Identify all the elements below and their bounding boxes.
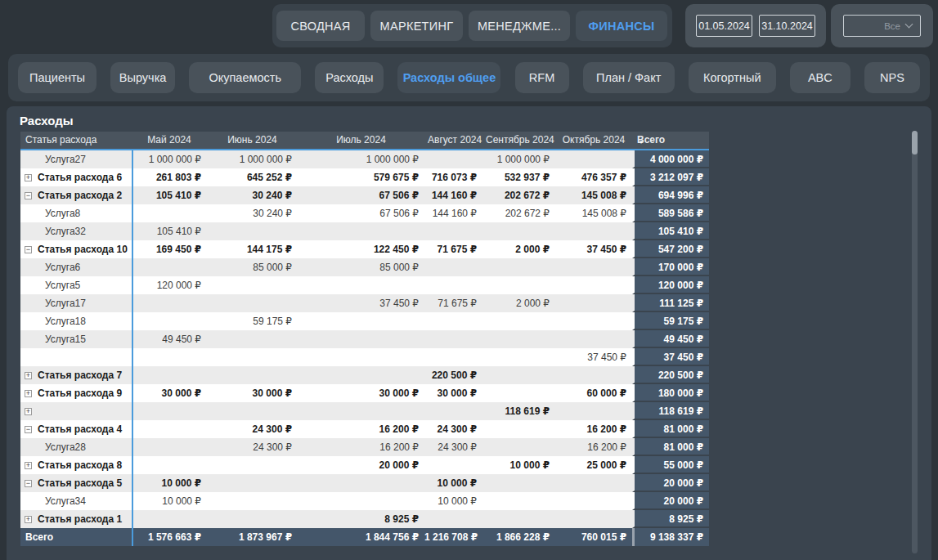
- column-header-august[interactable]: Август 2024: [424, 132, 482, 149]
- expand-plus-icon[interactable]: +: [25, 408, 32, 415]
- expand-plus-icon[interactable]: +: [25, 174, 32, 181]
- value-cell: 49 450 ₽: [132, 330, 207, 348]
- table-row[interactable]: Услуга32105 410 ₽105 410 ₽: [20, 222, 709, 240]
- grand-total-september: 1 866 228 ₽: [482, 528, 555, 546]
- column-header-september[interactable]: Сентябрь 2024: [482, 132, 555, 149]
- filter-dropdown[interactable]: Все: [843, 15, 921, 37]
- nav-label: RFM: [529, 71, 554, 84]
- value-cell: [298, 366, 424, 384]
- table-row[interactable]: Услуга3410 000 ₽10 000 ₽20 000 ₽: [20, 492, 709, 510]
- table-row[interactable]: Услуга1549 450 ₽49 450 ₽: [20, 330, 709, 348]
- value-cell: 532 937 ₽: [482, 168, 555, 186]
- tab-finance[interactable]: ФИНАНСЫ: [576, 11, 667, 41]
- table-row[interactable]: Услуга685 000 ₽85 000 ₽170 000 ₽: [20, 258, 709, 276]
- collapse-minus-icon[interactable]: −: [25, 480, 32, 487]
- column-header-july[interactable]: Июль 2024: [298, 132, 424, 149]
- table-row[interactable]: −Статья расхода 10169 450 ₽144 175 ₽122 …: [20, 240, 709, 258]
- table-row[interactable]: Услуга1859 175 ₽59 175 ₽: [20, 312, 709, 330]
- value-cell: [424, 222, 482, 240]
- value-cell: 16 200 ₽: [298, 420, 424, 438]
- grand-total-july: 1 844 756 ₽: [298, 528, 424, 546]
- nav-payback[interactable]: Окупаемость: [189, 62, 301, 93]
- nav-label: Расходы: [325, 71, 373, 84]
- row-label: Статья расхода 10: [38, 240, 128, 258]
- expand-plus-icon[interactable]: +: [25, 462, 32, 469]
- column-header-june[interactable]: Июнь 2024: [207, 132, 298, 149]
- value-cell: [555, 402, 632, 420]
- value-cell: [424, 402, 482, 420]
- value-cell: 220 500 ₽: [424, 366, 482, 384]
- nav-abc[interactable]: ABC: [790, 62, 850, 93]
- expand-plus-icon[interactable]: +: [25, 390, 32, 397]
- value-cell: [132, 510, 207, 528]
- table-row[interactable]: +Статья расхода 930 000 ₽30 000 ₽30 000 …: [20, 384, 709, 402]
- table-row[interactable]: +118 619 ₽118 619 ₽: [20, 402, 709, 420]
- value-cell: 2 000 ₽: [482, 294, 555, 312]
- value-cell: [132, 204, 207, 222]
- tab-management[interactable]: МЕНЕДЖМЕ...: [469, 11, 570, 41]
- value-cell: [555, 312, 632, 330]
- nav-cohort[interactable]: Когортный: [689, 62, 776, 93]
- collapse-minus-icon[interactable]: −: [25, 426, 32, 433]
- row-label: Статья расхода 8: [38, 456, 122, 474]
- column-header-may[interactable]: Май 2024: [132, 132, 207, 149]
- row-total-cell: 547 200 ₽: [632, 240, 709, 258]
- nav-rfm[interactable]: RFM: [515, 62, 569, 93]
- nav-expenses[interactable]: Расходы: [315, 62, 384, 93]
- row-label-cell: Услуга27: [20, 150, 132, 168]
- value-cell: 10 000 ₽: [424, 474, 482, 492]
- value-cell: 645 252 ₽: [207, 168, 298, 186]
- table-row[interactable]: Услуга1737 450 ₽71 675 ₽2 000 ₽111 125 ₽: [20, 294, 709, 312]
- table-row[interactable]: +Статья расхода 7220 500 ₽220 500 ₽: [20, 366, 709, 384]
- row-label: Услуга34: [45, 492, 86, 510]
- grand-total-row: Всего 1 576 663 ₽ 1 873 967 ₽ 1 844 756 …: [20, 528, 709, 546]
- column-header-october[interactable]: Октябрь 2024: [555, 132, 632, 149]
- table-row[interactable]: −Статья расхода 2105 410 ₽30 240 ₽67 506…: [20, 186, 709, 204]
- table-row[interactable]: Услуга830 240 ₽67 506 ₽144 160 ₽202 672 …: [20, 204, 709, 222]
- table-row[interactable]: −Статья расхода 510 000 ₽10 000 ₽20 000 …: [20, 474, 709, 492]
- table-row[interactable]: 37 450 ₽37 450 ₽: [20, 348, 709, 366]
- column-header-total[interactable]: Всего ▼: [632, 132, 709, 149]
- date-to-input[interactable]: 31.10.2024: [759, 15, 815, 37]
- chevron-down-icon: [905, 20, 913, 29]
- table-row[interactable]: +Статья расхода 18 925 ₽8 925 ₽: [20, 510, 709, 528]
- value-cell: [424, 276, 482, 294]
- value-cell: [132, 438, 207, 456]
- report-tabs-container: СВОДНАЯ МАРКЕТИНГ МЕНЕДЖМЕ... ФИНАНСЫ: [272, 4, 672, 47]
- value-cell: [555, 330, 632, 348]
- value-cell: [482, 438, 555, 456]
- value-cell: [207, 510, 298, 528]
- table-row[interactable]: Услуга271 000 000 ₽1 000 000 ₽1 000 000 …: [20, 150, 709, 168]
- table-row[interactable]: +Статья расхода 820 000 ₽10 000 ₽25 000 …: [20, 456, 709, 474]
- table-row[interactable]: Услуга5120 000 ₽120 000 ₽: [20, 276, 709, 294]
- value-cell: 85 000 ₽: [298, 258, 424, 276]
- vertical-scrollbar-thumb[interactable]: [912, 131, 918, 155]
- tab-marketing[interactable]: МАРКЕТИНГ: [370, 11, 463, 41]
- date-from-input[interactable]: 01.05.2024: [696, 15, 752, 37]
- table-row[interactable]: +Статья расхода 6261 803 ₽645 252 ₽579 6…: [20, 168, 709, 186]
- column-header-category[interactable]: Статья расхода: [20, 132, 132, 149]
- expand-plus-icon[interactable]: +: [25, 516, 32, 523]
- table-row[interactable]: −Статья расхода 424 300 ₽16 200 ₽24 300 …: [20, 420, 709, 438]
- row-total-cell: 49 450 ₽: [632, 330, 709, 348]
- value-cell: [207, 222, 298, 240]
- nav-nps[interactable]: NPS: [864, 62, 920, 93]
- row-total-cell: 694 996 ₽: [632, 186, 709, 204]
- nav-expenses-general[interactable]: Расходы общее: [397, 62, 500, 93]
- table-row[interactable]: Услуга2824 300 ₽16 200 ₽24 300 ₽16 200 ₽…: [20, 438, 709, 456]
- value-cell: [555, 474, 632, 492]
- nav-plan-fact[interactable]: План / Факт: [583, 62, 675, 93]
- expand-plus-icon[interactable]: +: [25, 372, 32, 379]
- tab-summary[interactable]: СВОДНАЯ: [276, 11, 365, 41]
- nav-patients[interactable]: Пациенты: [18, 62, 96, 93]
- value-cell: 30 000 ₽: [207, 384, 298, 402]
- report-panel: Расходы Статья расхода Май 2024 Июнь 202…: [7, 106, 931, 560]
- collapse-minus-icon[interactable]: −: [25, 192, 32, 199]
- vertical-scrollbar-track[interactable]: [912, 131, 918, 553]
- row-total-cell: 105 410 ₽: [632, 222, 709, 240]
- row-label: Услуга32: [45, 222, 86, 240]
- row-label: Услуга5: [45, 276, 80, 294]
- nav-revenue[interactable]: Выручка: [110, 62, 175, 93]
- column-divider-line: [132, 150, 133, 546]
- collapse-minus-icon[interactable]: −: [25, 246, 32, 253]
